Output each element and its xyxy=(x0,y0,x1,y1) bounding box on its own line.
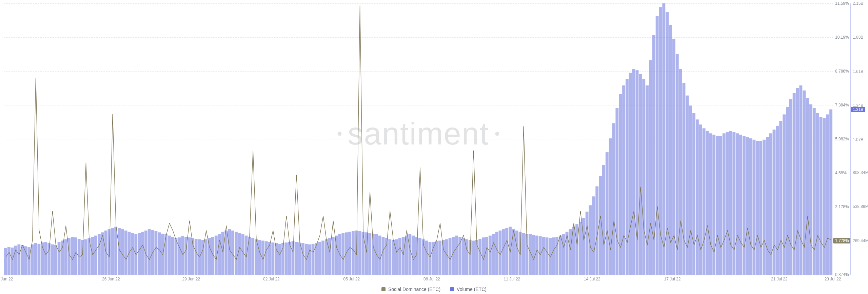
ytick-sd: 7.384% xyxy=(835,103,849,107)
legend-item-social-dominance[interactable]: Social Dominance (ETC) xyxy=(381,287,440,292)
xtick: 22 Jun 22 xyxy=(0,277,13,281)
marker-volume: 1.31B xyxy=(851,107,865,112)
social-dominance-line xyxy=(4,3,833,275)
x-axis: 22 Jun 2226 Jun 2229 Jun 2202 Jul 2205 J… xyxy=(4,276,833,283)
xtick: 14 Jul 22 xyxy=(584,277,600,281)
plot-area[interactable]: santiment xyxy=(4,3,833,275)
chart-container: santiment 0.374%1.778%3.178%4.58%5.982%7… xyxy=(0,0,868,294)
ytick-vol: 2.15B xyxy=(853,1,863,6)
legend-item-volume[interactable]: Volume (ETC) xyxy=(450,287,487,292)
xtick: 05 Jul 22 xyxy=(343,277,360,281)
marker-social-dominance: 1.778% xyxy=(833,238,851,243)
swatch-icon xyxy=(381,287,386,291)
swatch-icon xyxy=(450,287,454,291)
ytick-vol: 1.07B xyxy=(853,137,863,142)
xtick: 17 Jul 22 xyxy=(664,277,681,281)
legend-label: Volume (ETC) xyxy=(457,287,487,292)
xtick: 02 Jul 22 xyxy=(263,277,280,281)
ytick-sd: 3.178% xyxy=(835,204,849,209)
xtick: 11 Jul 22 xyxy=(504,277,520,281)
ytick-sd: 0.374% xyxy=(835,272,849,277)
axis-volume: 269.44M538.89M808.34M1.07B1.34B1.61B1.88… xyxy=(850,3,867,275)
legend-label: Social Dominance (ETC) xyxy=(388,287,440,292)
ytick-vol: 808.34M xyxy=(853,170,868,175)
xtick: 23 Jul 22 xyxy=(825,277,841,281)
legend: Social Dominance (ETC) Volume (ETC) xyxy=(0,287,868,292)
ytick-vol: 538.89M xyxy=(853,204,868,209)
ytick-vol: 1.61B xyxy=(853,69,863,74)
axis-social-dominance: 0.374%1.778%3.178%4.58%5.982%7.384%8.786… xyxy=(833,3,850,275)
ytick-vol: 269.44M xyxy=(853,238,868,243)
xtick: 29 Jun 22 xyxy=(182,277,200,281)
ytick-sd: 8.786% xyxy=(835,69,849,74)
ytick-sd: 5.982% xyxy=(835,137,849,141)
ytick-sd: 4.58% xyxy=(835,171,847,175)
xtick: 08 Jul 22 xyxy=(423,277,440,281)
ytick-sd: 11.59% xyxy=(835,1,849,6)
ytick-sd: 10.19% xyxy=(835,35,849,40)
xtick: 21 Jul 22 xyxy=(771,277,788,281)
ytick-vol: 1.88B xyxy=(853,35,863,40)
right-y-axes: 0.374%1.778%3.178%4.58%5.982%7.384%8.786… xyxy=(833,3,868,275)
xtick: 26 Jun 22 xyxy=(102,277,120,281)
